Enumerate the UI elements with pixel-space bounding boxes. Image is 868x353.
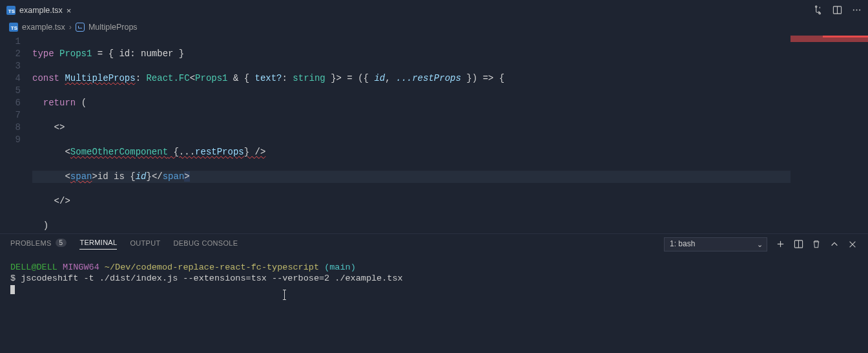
terminal-cursor-line: [10, 284, 858, 295]
tab-problems[interactable]: PROBLEMS 5: [10, 239, 67, 250]
line-number-gutter: 1 2 3 4 5 6 7 8 9: [0, 36, 32, 233]
line-number: 7: [0, 109, 21, 122]
minimap-error-marker: [823, 36, 868, 37]
typescript-icon: TS: [6, 6, 16, 15]
text-caret: [284, 290, 285, 300]
close-panel-icon[interactable]: [847, 239, 858, 250]
minimap[interactable]: [790, 34, 868, 233]
breadcrumb[interactable]: TS example.tsx › MultipleProps: [0, 20, 868, 34]
tab-bar-actions: [806, 5, 868, 16]
code-editor[interactable]: 1 2 3 4 5 6 7 8 9 type Props1 = { id: nu…: [0, 34, 868, 233]
terminal-line: DELL@DELL MINGW64 ~/Dev/codemod-replace-…: [10, 262, 858, 273]
split-terminal-icon[interactable]: [793, 239, 803, 250]
terminal-selector[interactable]: 1: bash ⌄: [664, 237, 767, 251]
new-terminal-icon[interactable]: [775, 239, 785, 250]
code-content[interactable]: type Props1 = { id: number } const Multi…: [32, 36, 868, 233]
svg-point-6: [859, 9, 860, 10]
line-number: 8: [0, 122, 21, 134]
kill-terminal-icon[interactable]: [811, 239, 822, 250]
tab-terminal[interactable]: TERMINAL: [79, 239, 117, 250]
compare-changes-icon[interactable]: [812, 5, 823, 16]
variable-symbol-icon: [76, 23, 85, 32]
tab-output[interactable]: OUTPUT: [130, 239, 160, 250]
line-number: 9: [0, 134, 21, 146]
more-actions-icon[interactable]: [851, 5, 862, 16]
maximize-panel-icon[interactable]: [829, 239, 840, 250]
editor-area: 1 2 3 4 5 6 7 8 9 type Props1 = { id: nu…: [0, 34, 868, 233]
tab-debug-console[interactable]: DEBUG CONSOLE: [173, 239, 238, 250]
split-editor-icon[interactable]: [832, 5, 842, 16]
line-number: 1: [0, 36, 21, 48]
terminal-cursor: [10, 285, 15, 294]
breadcrumb-separator: ›: [69, 23, 72, 32]
close-icon[interactable]: ×: [67, 6, 72, 16]
file-tab-example[interactable]: TS example.tsx ×: [0, 0, 78, 20]
svg-point-0: [815, 6, 816, 7]
breadcrumb-symbol[interactable]: MultipleProps: [88, 23, 138, 32]
line-number: 5: [0, 85, 21, 97]
problems-count-badge: 5: [56, 239, 67, 247]
line-number: 3: [0, 60, 21, 72]
breadcrumb-file[interactable]: example.tsx: [22, 23, 65, 32]
line-number: 6: [0, 97, 21, 109]
panel-actions: 1: bash ⌄: [664, 237, 858, 251]
line-number: 2: [0, 48, 21, 60]
line-number: 4: [0, 72, 21, 85]
bottom-panel: PROBLEMS 5 TERMINAL OUTPUT DEBUG CONSOLE…: [0, 233, 868, 353]
terminal-line: $ jscodeshift -t ./dist/index.js --exten…: [10, 273, 858, 284]
chevron-down-icon: ⌄: [757, 241, 763, 249]
panel-tabs: PROBLEMS 5 TERMINAL OUTPUT DEBUG CONSOLE…: [0, 234, 868, 254]
typescript-icon: TS: [9, 23, 18, 32]
svg-point-5: [856, 9, 857, 10]
terminal-output[interactable]: DELL@DELL MINGW64 ~/Dev/codemod-replace-…: [0, 254, 868, 353]
editor-tab-bar: TS example.tsx ×: [0, 0, 868, 20]
svg-point-4: [852, 9, 854, 10]
tab-label: example.tsx: [19, 6, 63, 15]
